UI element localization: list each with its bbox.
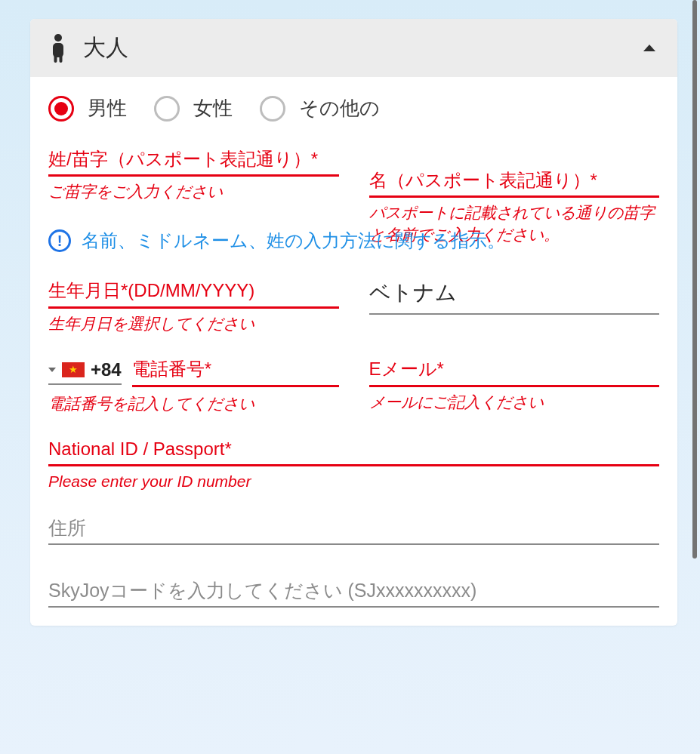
dob-field[interactable]: 生年月日*(DD/MM/YYYY) 生年月日を選択してください bbox=[48, 279, 339, 334]
address-field-wrap bbox=[48, 512, 659, 545]
field-hint: メールにご記入ください bbox=[369, 392, 660, 413]
field-label: 名（パスポート表記通り）* bbox=[369, 168, 660, 194]
skyjoy-field-wrap bbox=[48, 575, 659, 608]
field-hint: 生年月日を選択してください bbox=[48, 313, 339, 334]
field-label: Eメール* bbox=[369, 357, 660, 383]
radio-label: その他の bbox=[299, 95, 380, 122]
info-text: 名前、ミドルネーム、姓の入力方法に関する指示。 bbox=[82, 229, 505, 253]
svg-rect-2 bbox=[54, 54, 57, 63]
radio-male[interactable]: 男性 bbox=[48, 95, 127, 122]
radio-female[interactable]: 女性 bbox=[154, 95, 233, 122]
radio-icon bbox=[154, 96, 180, 122]
skyjoy-input[interactable] bbox=[48, 575, 659, 608]
phone-code: +84 bbox=[91, 359, 122, 380]
address-input[interactable] bbox=[48, 512, 659, 545]
phone-field-wrap: ★ +84 電話番号* 電話番号を記入してください bbox=[48, 357, 339, 417]
field-label: 姓/苗字（パスポート表記通り）* bbox=[48, 147, 339, 173]
form-content: 男性 女性 その他の 姓/苗字（パスポート表記通り）* ご苗字をご入力ください … bbox=[30, 77, 677, 626]
nationality-field[interactable]: ベトナム bbox=[369, 279, 660, 334]
collapse-icon[interactable] bbox=[643, 42, 656, 55]
radio-icon bbox=[260, 96, 285, 122]
name-info-row[interactable]: ! 名前、ミドルネーム、姓の入力方法に関する指示。 bbox=[48, 229, 659, 253]
phone-number-field[interactable]: 電話番号* bbox=[132, 357, 339, 386]
field-label: 電話番号* bbox=[132, 357, 339, 383]
svg-point-0 bbox=[54, 34, 62, 42]
gender-radio-group: 男性 女性 その他の bbox=[48, 95, 659, 122]
phone-country-selector[interactable]: ★ +84 bbox=[48, 359, 122, 385]
radio-label: 女性 bbox=[193, 95, 233, 122]
field-hint: ご苗字をご入力ください bbox=[48, 181, 339, 202]
person-icon bbox=[48, 33, 68, 63]
chevron-down-icon bbox=[48, 368, 56, 372]
passenger-card: 大人 男性 女性 その他の 姓/苗字（パスポート表記通り）* bbox=[30, 19, 677, 626]
field-label: 生年月日*(DD/MM/YYYY) bbox=[48, 279, 339, 304]
section-header[interactable]: 大人 bbox=[30, 19, 677, 77]
email-field[interactable]: Eメール* メールにご記入ください bbox=[369, 357, 660, 413]
nationality-value: ベトナム bbox=[369, 279, 660, 312]
field-hint: 電話番号を記入してください bbox=[48, 393, 339, 414]
field-hint: Please enter your ID number bbox=[48, 471, 659, 492]
radio-label: 男性 bbox=[88, 95, 127, 122]
scrollbar[interactable] bbox=[692, 0, 697, 559]
info-icon: ! bbox=[48, 229, 71, 252]
field-label: National ID / Passport* bbox=[48, 437, 659, 463]
id-passport-field[interactable]: National ID / Passport* Please enter you… bbox=[48, 437, 659, 493]
radio-icon bbox=[48, 96, 74, 122]
radio-other[interactable]: その他の bbox=[260, 95, 380, 122]
svg-rect-3 bbox=[60, 54, 63, 63]
flag-vietnam-icon: ★ bbox=[62, 362, 85, 377]
section-title: 大人 bbox=[83, 32, 128, 63]
